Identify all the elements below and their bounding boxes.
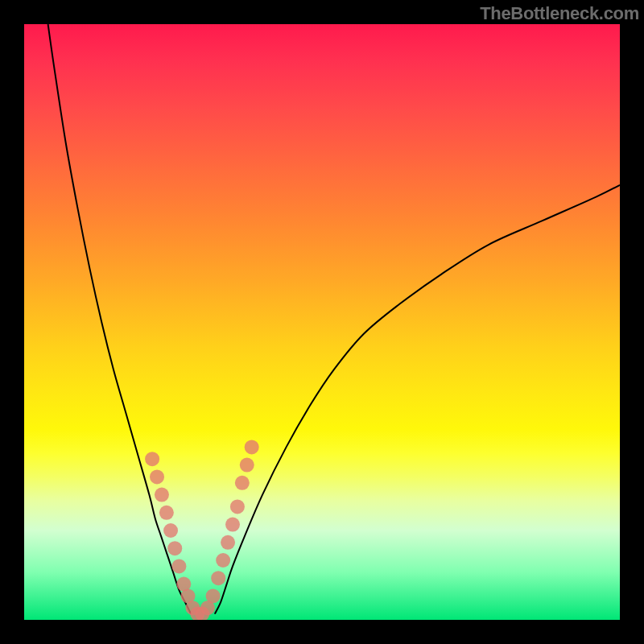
data-point [240,458,254,473]
watermark-text: TheBottleneck.com [480,3,639,24]
data-point [150,469,164,484]
chart-svg [24,24,620,620]
data-point [235,476,250,490]
data-point [221,535,235,550]
curve-right [215,185,620,614]
data-point [216,553,230,568]
data-point [167,541,182,555]
data-point [145,452,159,466]
data-point [245,440,259,454]
data-point [230,499,245,514]
scatter-group [145,440,259,620]
plot-area [24,24,620,620]
data-point [163,523,178,538]
data-point [211,571,225,585]
data-point [155,488,169,502]
data-point [159,506,174,520]
data-point [225,518,240,532]
chart-frame: TheBottleneck.com [0,0,644,644]
data-point [171,559,186,573]
data-point [206,588,221,603]
